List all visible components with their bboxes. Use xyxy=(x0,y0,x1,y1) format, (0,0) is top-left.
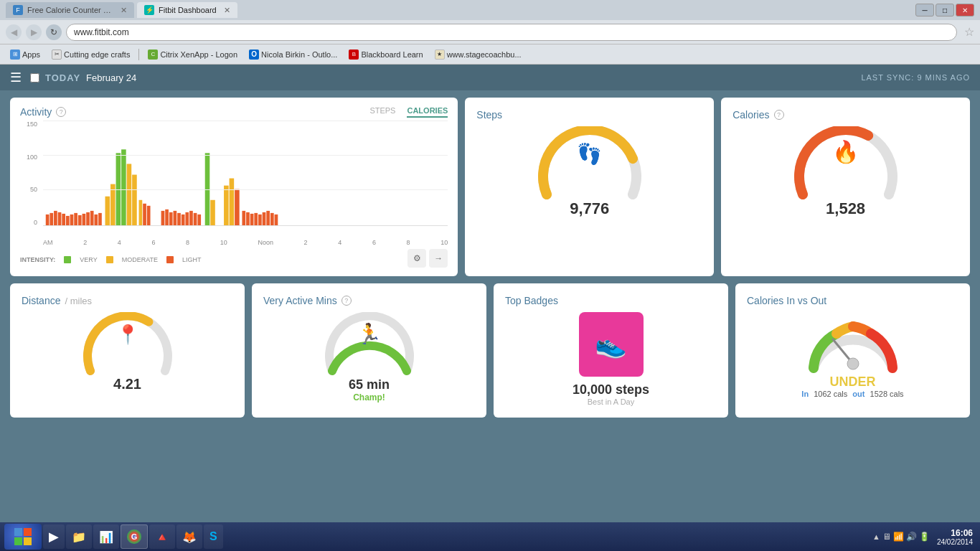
sync-info: LAST SYNC: 9 MINS AGO xyxy=(861,73,970,82)
tab2-label: Fitbit Dashboard xyxy=(159,6,217,14)
taskbar-app-explorer[interactable]: 📁 xyxy=(66,524,92,549)
files-icon: 📊 xyxy=(99,530,113,544)
taskbar-app-skype[interactable]: S xyxy=(204,524,223,549)
taskbar-app-files[interactable]: 📊 xyxy=(93,524,119,549)
apps-bm-icon: ⊞ xyxy=(10,50,20,60)
network-icon[interactable]: 🖥 xyxy=(882,532,891,542)
bookmark-outlook[interactable]: O Nicola Birkin - Outlo... xyxy=(245,48,341,61)
back-button[interactable]: ◀ xyxy=(6,24,22,40)
firefox-icon: 🦊 xyxy=(182,530,197,544)
taskbar: ▶ 📁 📊 G 🔺 🦊 S ▲ 🖥 📶 🔊 🔋 16:06 24/02/2014 xyxy=(0,522,980,551)
bookmark-stage[interactable]: ★ www.stagecoachbu... xyxy=(430,48,526,61)
activity-help[interactable]: ? xyxy=(56,107,66,117)
svg-rect-21 xyxy=(143,204,146,225)
minimize-button[interactable]: ─ xyxy=(915,4,934,17)
taskbar-app-cone[interactable]: 🔺 xyxy=(149,524,175,549)
x-6: 6 xyxy=(151,239,155,246)
activity-chart: 150 100 50 0 xyxy=(20,121,448,246)
active-mins-help[interactable]: ? xyxy=(341,296,352,306)
chart-actions: ⚙ → xyxy=(407,249,448,268)
citrix-label: Citrix XenApp - Logon xyxy=(160,50,237,59)
x-10pm: 10 xyxy=(440,239,448,246)
today-checkbox[interactable] xyxy=(30,73,39,83)
taskbar-app-firefox[interactable]: 🦊 xyxy=(176,524,202,549)
battery-icon[interactable]: 🔋 xyxy=(919,532,930,542)
out-label: out xyxy=(852,390,864,398)
star-button[interactable]: ☆ xyxy=(964,25,974,39)
svg-rect-44 xyxy=(266,211,270,225)
tab2-favicon: ⚡ xyxy=(144,5,154,15)
wifi-icon[interactable]: 📶 xyxy=(893,532,904,542)
x-8: 8 xyxy=(186,239,189,246)
badge-title: 10,000 steps xyxy=(573,382,649,397)
calories-card: Calories ? 🔥 1,528 xyxy=(721,98,970,276)
address-bar[interactable]: www.fitbit.com xyxy=(66,24,957,41)
title-bar: F Free Calorie Counter Diet ✕ ⚡ Fitbit D… xyxy=(0,0,980,20)
forward-button[interactable]: ▶ xyxy=(26,24,42,40)
volume-icon[interactable]: 🔊 xyxy=(906,532,917,542)
bookmark-citrix[interactable]: C Citrix XenApp - Logon xyxy=(143,48,242,61)
maximize-button[interactable]: □ xyxy=(936,4,954,17)
start-button[interactable] xyxy=(4,524,42,550)
tab2-close[interactable]: ✕ xyxy=(224,6,230,15)
bookmark-apps[interactable]: ⊞ Apps xyxy=(6,48,44,61)
distance-icon: 📍 xyxy=(116,324,139,346)
svg-rect-23 xyxy=(161,211,165,225)
taskbar-app-chrome[interactable]: G xyxy=(121,524,148,549)
moderate-label: MODERATE xyxy=(122,256,158,263)
svg-rect-42 xyxy=(258,215,262,225)
arrow-icon[interactable]: ▲ xyxy=(872,532,880,541)
calories-tab[interactable]: CALORIES xyxy=(407,106,448,118)
activity-tabs: STEPS CALORIES xyxy=(369,106,448,118)
svg-rect-17 xyxy=(121,149,126,225)
hamburger-icon[interactable]: ☰ xyxy=(10,70,22,85)
light-label: LIGHT xyxy=(182,256,202,263)
distance-gauge: 📍 xyxy=(77,312,178,380)
today-label: TODAY xyxy=(45,72,80,83)
tab1-close[interactable]: ✕ xyxy=(121,6,127,15)
separator1 xyxy=(138,49,139,60)
cal-inout-title: Calories In vs Out xyxy=(747,295,826,306)
y-axis: 150 100 50 0 xyxy=(20,121,40,226)
top-bar: ☰ TODAY February 24 LAST SYNC: 9 MINS AG… xyxy=(0,65,980,90)
settings-icon-btn[interactable]: ⚙ xyxy=(407,249,426,268)
bookmark-bb[interactable]: B Blackboard Learn xyxy=(344,48,427,61)
steps-icon: 👣 xyxy=(577,142,602,166)
svg-rect-30 xyxy=(189,211,193,225)
steps-tab[interactable]: STEPS xyxy=(369,106,395,118)
svg-rect-24 xyxy=(165,209,169,225)
distance-title: Distance / miles xyxy=(22,295,92,306)
tab-inactive[interactable]: F Free Calorie Counter Diet ✕ xyxy=(6,2,134,18)
close-button[interactable]: ✕ xyxy=(956,4,974,17)
x-am: AM xyxy=(43,239,53,246)
svg-rect-9 xyxy=(83,214,86,225)
clock-time: 16:06 xyxy=(937,528,973,538)
tab-active[interactable]: ⚡ Fitbit Dashboard ✕ xyxy=(137,2,237,18)
steps-title: Steps xyxy=(476,109,502,121)
clock-display: 16:06 24/02/2014 xyxy=(937,528,976,546)
bookmark-crafts[interactable]: ✂ Cutting edge crafts xyxy=(47,48,134,61)
in-value: 1062 cals xyxy=(814,390,847,398)
refresh-button[interactable]: ↻ xyxy=(46,24,62,40)
calories-help[interactable]: ? xyxy=(774,110,784,120)
svg-rect-10 xyxy=(86,212,90,225)
moderate-dot xyxy=(106,256,113,263)
calories-gauge: 🔥 xyxy=(788,126,903,205)
svg-rect-13 xyxy=(98,213,102,225)
svg-rect-3 xyxy=(58,212,62,225)
svg-rect-26 xyxy=(174,211,177,225)
chart-footer: INTENSITY: VERY MODERATE LIGHT ⚙ → xyxy=(20,249,448,268)
x-axis: AM 2 4 6 8 10 Noon 2 4 6 8 10 xyxy=(43,239,448,246)
arrow-icon-btn[interactable]: → xyxy=(429,249,448,268)
svg-rect-6 xyxy=(70,215,74,225)
svg-rect-1 xyxy=(50,213,53,225)
cone-icon: 🔺 xyxy=(155,530,169,544)
outlook-bm-icon: O xyxy=(249,50,259,60)
calories-icon: 🔥 xyxy=(832,139,859,164)
y0: 0 xyxy=(34,219,37,226)
dashboard-bottom: Distance / miles 📍 4.21 Very Active Mins… xyxy=(0,276,980,425)
calories-inout-card: Calories In vs Out xyxy=(735,283,970,418)
svg-rect-19 xyxy=(132,175,137,225)
taskbar-app-media[interactable]: ▶ xyxy=(43,524,65,549)
distance-card: Distance / miles 📍 4.21 xyxy=(10,283,245,418)
